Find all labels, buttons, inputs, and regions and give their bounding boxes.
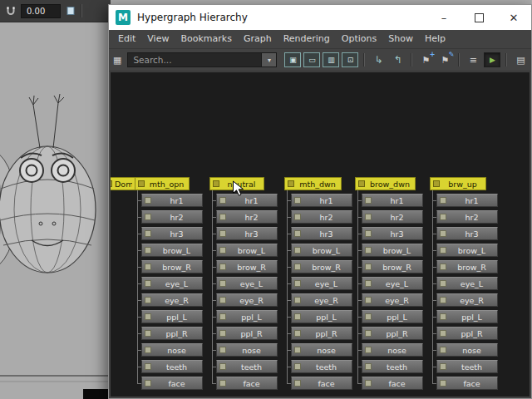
graph-child-node[interactable]: eye_L <box>141 277 203 290</box>
graph-child-node[interactable]: brow_R <box>291 260 352 273</box>
graph-child-node[interactable]: eye_L <box>436 277 498 290</box>
graph-child-node[interactable]: face <box>216 377 278 390</box>
graph-child-node[interactable]: nose <box>291 343 352 357</box>
menu-bookmarks[interactable]: Bookmarks <box>175 30 237 48</box>
graph-child-node[interactable]: ppl_R <box>216 327 278 340</box>
node-label: eye_R <box>374 296 420 305</box>
graph-child-node[interactable]: brow_R <box>362 260 423 273</box>
close-button[interactable]: ✕ <box>496 5 531 30</box>
minimize-button[interactable]: – <box>426 5 461 30</box>
graph-child-node[interactable]: hr2 <box>216 210 278 224</box>
node-label: nose <box>154 346 200 355</box>
graph-child-node[interactable]: hr2 <box>291 210 352 224</box>
graph-child-node[interactable]: brow_R <box>141 260 203 273</box>
graph-child-node[interactable]: nose <box>362 343 423 357</box>
graph-child-node[interactable]: hr1 <box>436 194 498 207</box>
maximize-button[interactable] <box>461 5 496 30</box>
graph-child-node[interactable]: brow_R <box>216 260 278 273</box>
menu-help[interactable]: Help <box>419 30 451 48</box>
transform-node-icon <box>145 347 151 353</box>
graph-child-node[interactable]: hr3 <box>436 227 498 240</box>
window-titlebar[interactable]: M Hypergraph Hierarchy – ✕ <box>109 5 531 30</box>
graph-parent-node[interactable]: mth_opn <box>135 177 190 190</box>
graph-child-node[interactable]: brow_L <box>362 244 423 257</box>
graph-child-node[interactable]: eye_R <box>216 293 278 307</box>
graph-child-node[interactable]: face <box>141 377 203 390</box>
graph-child-node[interactable]: ppl_L <box>362 310 423 323</box>
graph-child-node[interactable]: nose <box>436 343 498 357</box>
graph-child-node[interactable]: eye_R <box>291 293 352 307</box>
frame-hierarchy-button[interactable]: ▭ <box>303 52 320 67</box>
graph-child-node[interactable]: brow_L <box>291 244 352 257</box>
graph-child-node[interactable]: eye_R <box>141 293 203 307</box>
graph-child-node[interactable]: face <box>291 377 352 390</box>
graph-child-node[interactable]: hr1 <box>291 194 352 207</box>
graph-child-node[interactable]: brow_L <box>216 244 278 257</box>
graph-child-node[interactable]: teeth <box>291 360 352 373</box>
graph-child-node[interactable]: eye_R <box>436 293 498 307</box>
graph-child-node[interactable]: eye_L <box>291 277 352 290</box>
graph-child-node[interactable]: ppl_L <box>216 310 278 323</box>
graph-child-node[interactable]: hr3 <box>291 227 352 240</box>
graph-child-node[interactable]: hr3 <box>141 227 203 240</box>
graph-child-node[interactable]: hr3 <box>216 227 278 240</box>
layout-horizontal-button[interactable]: ↳ <box>370 52 387 67</box>
menu-graph[interactable]: Graph <box>238 30 278 48</box>
graph-parent-node[interactable]: mth_dwn <box>284 177 342 190</box>
menu-options[interactable]: Options <box>336 30 382 48</box>
graph-child-node[interactable]: brow_L <box>436 244 498 257</box>
graph-child-node[interactable]: hr1 <box>362 194 423 207</box>
search-input[interactable] <box>127 52 262 67</box>
graph-child-node[interactable]: hr1 <box>141 194 203 207</box>
graph-child-node[interactable]: brow_L <box>141 244 203 257</box>
graph-child-node[interactable]: ppl_R <box>436 327 498 340</box>
menu-rendering[interactable]: Rendering <box>278 30 336 48</box>
perspective-viewport[interactable] <box>0 22 111 399</box>
frame-branch-button[interactable]: ▣ <box>284 52 301 67</box>
graph-child-node[interactable]: ppl_R <box>362 327 423 340</box>
frame-selection-button[interactable]: ▥ <box>323 52 339 67</box>
graph-child-node[interactable]: ppl_R <box>291 327 352 340</box>
graph-parent-node[interactable]: neutral <box>209 177 264 190</box>
search-dropdown-button[interactable]: ▾ <box>262 52 277 67</box>
graph-child-node[interactable]: eye_L <box>216 277 278 290</box>
graph-parent-node[interactable]: brw_up <box>430 177 486 190</box>
graph-child-node[interactable]: teeth <box>141 360 203 373</box>
scene-hierarchy-button[interactable]: ▦ <box>113 52 121 67</box>
show-list-button[interactable]: ≡ <box>465 52 481 67</box>
graph-child-node[interactable]: ppl_L <box>291 310 352 323</box>
snap-magnet-icon[interactable] <box>5 5 17 17</box>
graph-child-node[interactable]: face <box>362 377 423 390</box>
graph-child-node[interactable]: face <box>436 377 498 390</box>
graph-child-node[interactable]: teeth <box>436 360 498 373</box>
graph-child-node[interactable]: eye_L <box>362 277 423 290</box>
graph-child-node[interactable]: ppl_L <box>141 310 203 323</box>
menu-view[interactable]: View <box>141 30 175 48</box>
graph-parent-node-clipped[interactable]: Dom. <box>111 177 135 190</box>
graph-child-node[interactable]: hr2 <box>362 210 423 224</box>
frame-all-button[interactable]: ⊡ <box>342 52 358 67</box>
graph-child-node[interactable]: hr2 <box>436 210 498 224</box>
keyframe-page-icon[interactable] <box>65 5 76 17</box>
graph-child-node[interactable]: eye_R <box>362 293 423 307</box>
panel-menu-button[interactable]: ▤ <box>512 52 529 67</box>
bookmark-create-button[interactable]: ⚑+ <box>417 52 434 67</box>
layout-vertical-button[interactable]: ↰ <box>389 52 406 67</box>
graph-child-node[interactable]: ppl_L <box>436 310 498 323</box>
graph-child-node[interactable]: hr1 <box>216 194 278 207</box>
graph-child-node[interactable]: ppl_R <box>141 327 203 340</box>
graph-child-node[interactable]: teeth <box>362 360 423 373</box>
graph-canvas[interactable]: Dom.mth_opnhr1hr2hr3brow_Lbrow_Reye_Leye… <box>111 72 530 397</box>
menu-show[interactable]: Show <box>382 30 419 48</box>
menu-edit[interactable]: Edit <box>112 30 141 48</box>
graph-child-node[interactable]: hr3 <box>362 227 423 240</box>
bookmark-edit-button[interactable]: ⚑✎ <box>436 52 453 67</box>
graph-child-node[interactable]: brow_R <box>436 260 498 273</box>
graph-child-node[interactable]: teeth <box>216 360 278 373</box>
coordinate-field[interactable]: 0.00 <box>21 4 61 18</box>
graph-traversal-button[interactable]: ▶ <box>484 52 500 67</box>
graph-parent-node[interactable]: brow_dwn <box>355 177 416 190</box>
graph-child-node[interactable]: nose <box>216 343 278 357</box>
graph-child-node[interactable]: nose <box>141 343 203 357</box>
graph-child-node[interactable]: hr2 <box>141 210 203 224</box>
